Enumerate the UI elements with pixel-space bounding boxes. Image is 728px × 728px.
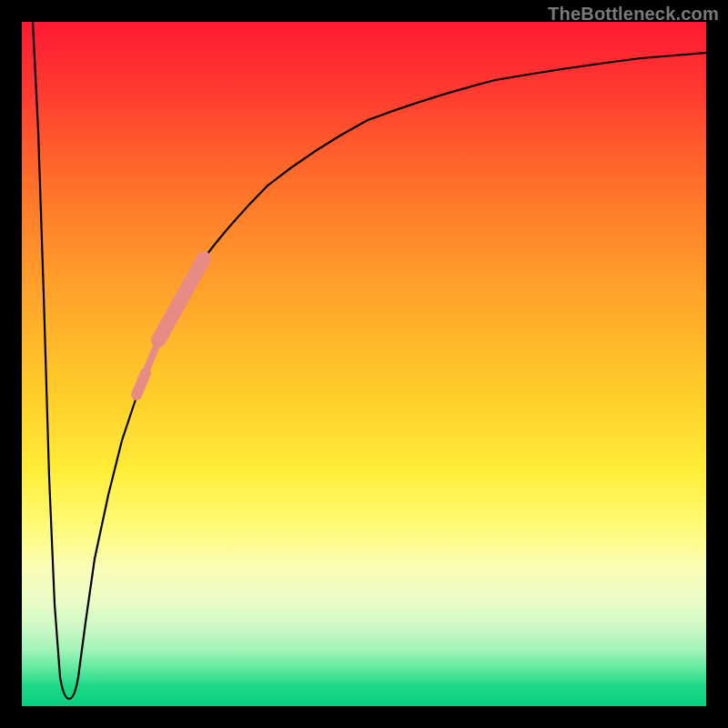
bottleneck-curve (33, 22, 706, 699)
plot-area (22, 22, 706, 706)
highlight-mid (147, 346, 157, 368)
highlight-lower (136, 373, 146, 395)
curve-svg (22, 22, 706, 706)
highlight-main (158, 258, 204, 340)
chart-stage: TheBottleneck.com (0, 0, 728, 728)
